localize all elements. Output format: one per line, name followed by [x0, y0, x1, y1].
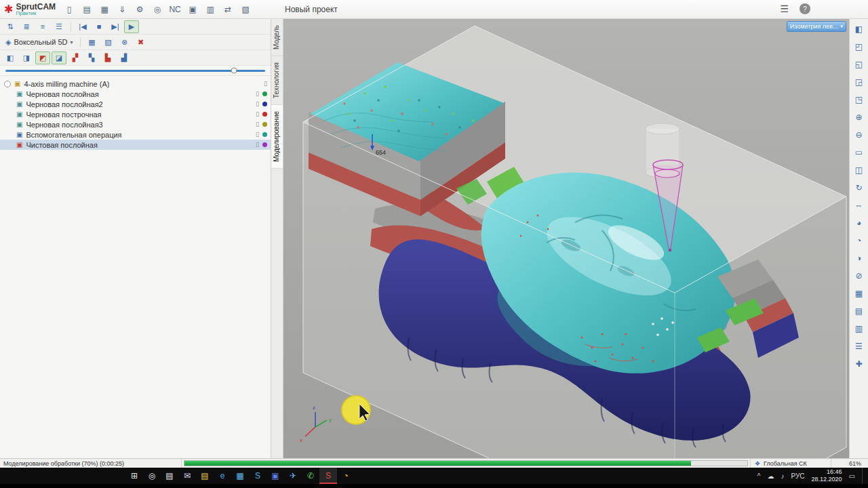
show-workpiece-icon[interactable]: ▤ [852, 304, 867, 317]
semitransparent-mode-icon[interactable]: ◑ [852, 251, 867, 264]
measure-icon[interactable]: ✚ [852, 357, 867, 370]
zoom-out-icon[interactable]: ⊖ [852, 128, 867, 141]
parameters-page-icon[interactable]: ▯ [256, 142, 259, 148]
transfer-icon[interactable]: ⇄ [220, 2, 236, 17]
machine-root-row[interactable]: ▣ 4-axis milling machine (A) ▯ [0, 79, 271, 89]
show-target-icon[interactable]: ◪ [52, 52, 66, 64]
rotate-view-icon[interactable]: ↻ [852, 181, 867, 194]
taskbar-clock[interactable]: 16:46 28.12.2020 [812, 468, 842, 483]
operation-row[interactable]: ▣ Вспомогательная операция ▯ [0, 129, 271, 140]
slider-handle[interactable] [231, 68, 237, 74]
machine-icon[interactable]: ▣ [184, 2, 201, 17]
operation-row[interactable]: ▣ Чистовая послойная ▯ [0, 140, 271, 150]
task-view-button[interactable]: ▤ [161, 468, 178, 484]
save-project-icon[interactable]: ▦ [96, 2, 113, 17]
notification-center-icon[interactable]: ▭ [849, 472, 855, 480]
tray-expand-icon[interactable]: ^ [757, 472, 761, 480]
store-app[interactable]: ▦ [231, 468, 249, 484]
reorder-operations-icon[interactable]: ⇅ [3, 20, 18, 33]
clip-plane-icon[interactable]: ⊘ [852, 269, 867, 282]
skype-app[interactable]: S [249, 468, 267, 484]
compare-model-icon[interactable]: ⊗ [117, 36, 132, 49]
add-stock-icon[interactable]: ▦ [85, 36, 100, 49]
edge-app[interactable]: e [214, 468, 231, 484]
show-holder-icon[interactable]: ▚ [84, 52, 99, 64]
hamburger-menu-icon[interactable]: ☰ [780, 3, 789, 14]
photos-app[interactable]: ▣ [267, 468, 284, 484]
parameters-page-icon[interactable]: ▯ [256, 121, 259, 127]
coordinate-system-indicator[interactable]: ❖ Глобальная СК [751, 459, 831, 468]
operation-label: Черновая построчная [26, 110, 101, 119]
parameters-page-icon[interactable]: ▯ [256, 101, 259, 107]
parameters-page-icon[interactable]: ▯ [256, 131, 259, 138]
import-model-icon[interactable]: ⇓ [114, 2, 130, 17]
sim-stop-button[interactable]: ■ [92, 20, 106, 33]
machine-settings-icon[interactable]: ⚙ [132, 2, 148, 17]
reset-simulation-icon[interactable]: ✖ [134, 36, 149, 49]
help-icon[interactable]: ? [800, 3, 810, 14]
parameters-page-icon[interactable]: ▯ [256, 111, 259, 117]
parameters-page-icon[interactable]: ▯ [256, 91, 259, 97]
whatsapp-app[interactable]: ✆ [302, 468, 319, 484]
report-icon[interactable]: ▧ [237, 2, 254, 17]
show-machine-icon[interactable]: ▦ [852, 287, 867, 300]
collapse-panel-icon[interactable]: ◧ [852, 22, 867, 35]
show-stock-icon[interactable]: ◩ [35, 52, 50, 64]
zoom-in-icon[interactable]: ⊕ [852, 110, 867, 123]
postprocessor-icon[interactable]: NC [167, 2, 183, 17]
simulation-mode-dropdown[interactable]: ◈ Воксельный 5D ▾ [3, 38, 76, 47]
top-view-icon[interactable]: ◲ [852, 75, 867, 88]
operation-list-icon[interactable]: ☰ [52, 20, 66, 33]
wireframe-mode-icon[interactable]: ◔ [852, 234, 867, 247]
collision-check-icon[interactable]: ▞ [68, 52, 83, 64]
volume-icon[interactable]: ♪ [781, 472, 784, 480]
turbo-simulation-icon[interactable]: ▙ [100, 52, 115, 64]
parameters-page-icon[interactable]: ▯ [264, 81, 267, 87]
operation-row[interactable]: ▣ Черновая послойная2 ▯ [0, 99, 271, 109]
show-desktop-button[interactable] [862, 468, 865, 484]
pan-view-icon[interactable]: ⇔ [852, 199, 867, 211]
explorer-app[interactable]: ▤ [196, 468, 214, 484]
operation-row[interactable]: ▣ Черновая послойная ▯ [0, 89, 271, 99]
telegram-app[interactable]: ✈ [284, 468, 302, 484]
operation-row[interactable]: ▣ Черновая построчная ▯ [0, 109, 271, 119]
sim-play-button[interactable]: ▶ [124, 20, 139, 33]
zoom-window-icon[interactable]: ▭ [852, 146, 867, 159]
radio-icon[interactable] [4, 81, 11, 87]
mode-tab[interactable]: Технология [271, 56, 283, 105]
viewport-3d[interactable]: 654 z y x Изометрия лев... ▾ [283, 19, 849, 458]
view-options-icon[interactable]: ☰ [852, 340, 867, 352]
chrome-app[interactable]: ◔ [337, 468, 355, 484]
show-toolpath-icon[interactable]: ◧ [3, 52, 18, 64]
start-button[interactable]: ⊞ [125, 468, 143, 484]
show-fixtures-icon[interactable]: ▥ [852, 322, 867, 335]
search-button[interactable]: ◎ [143, 468, 161, 484]
show-tool-icon[interactable]: ◨ [19, 52, 34, 64]
indent-increase-icon[interactable]: ≣ [19, 20, 34, 33]
new-project-icon[interactable]: ▯ [61, 2, 77, 17]
3d-scene[interactable]: 654 z y x [283, 19, 849, 458]
onedrive-cloud-icon[interactable]: ☁ [767, 472, 774, 480]
iso-view-icon[interactable]: ◰ [852, 40, 867, 53]
statistics-icon[interactable]: ▥ [202, 2, 218, 17]
sim-to-end-button[interactable]: ▶| [108, 20, 123, 33]
side-view-icon[interactable]: ◳ [852, 93, 867, 106]
operation-icon: ▣ [16, 121, 22, 128]
simulation-progress-slider[interactable] [5, 70, 265, 72]
mode-tab[interactable]: Модель [271, 19, 283, 56]
search-icon[interactable]: ◎ [149, 2, 165, 17]
front-view-icon[interactable]: ◱ [852, 58, 867, 70]
sim-to-start-button[interactable]: |◀ [75, 20, 90, 33]
sprutcam-app[interactable]: S [319, 468, 337, 484]
language-indicator[interactable]: РУС [791, 472, 804, 480]
simulation-accuracy-icon[interactable]: ▟ [117, 52, 132, 64]
mail-app[interactable]: ✉ [178, 468, 196, 484]
remove-stock-icon[interactable]: ▧ [101, 36, 116, 49]
indent-decrease-icon[interactable]: ≡ [35, 20, 50, 33]
open-project-icon[interactable]: ▤ [79, 2, 95, 17]
zoom-fit-icon[interactable]: ◫ [852, 163, 867, 176]
view-orientation-dropdown[interactable]: Изометрия лев... ▾ [787, 21, 846, 32]
shaded-mode-icon[interactable]: ◕ [852, 216, 867, 229]
operation-row[interactable]: ▣ Черновая послойная3 ▯ [0, 119, 271, 129]
mode-tab[interactable]: Моделирование [271, 105, 283, 169]
